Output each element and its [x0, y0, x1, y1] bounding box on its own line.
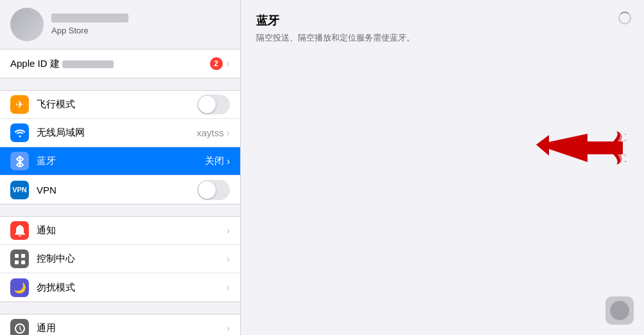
airplane-toggle[interactable]: [197, 95, 230, 114]
profile-section[interactable]: App Store: [0, 0, 240, 50]
general-group: 通用 › AA 显示与亮度 ›: [0, 314, 240, 335]
avatar: [10, 8, 44, 41]
connectivity-section: ✈ 飞行模式 无线局域网 xaytss ›: [0, 90, 240, 204]
chevron-right-icon: ›: [227, 58, 230, 69]
svg-rect-1: [21, 254, 25, 258]
loading-spinner: [618, 12, 631, 24]
sidebar-item-general[interactable]: 通用 ›: [0, 314, 240, 335]
vpn-icon: VPN: [10, 181, 29, 199]
control-label: 控制中心: [37, 253, 227, 265]
airplane-label: 飞行模式: [37, 98, 197, 111]
sidebar: App Store Apple ID 建 2 › ✈ 飞行模式: [0, 0, 241, 335]
bluetooth-chevron-icon: ›: [227, 156, 230, 167]
donotdisturb-icon: 🌙: [10, 278, 29, 297]
sidebar-item-control[interactable]: 控制中心 ›: [0, 245, 240, 273]
bottom-right-button[interactable]: [605, 296, 634, 325]
control-chevron-icon: ›: [227, 253, 230, 265]
notify-chevron-icon: ›: [227, 225, 230, 237]
wifi-chevron-icon: ›: [227, 127, 230, 139]
wifi-label: 无线局域网: [37, 127, 196, 139]
bluetooth-icon: [10, 152, 29, 170]
flame-arrow-annotation: [459, 129, 626, 167]
svg-marker-6: [536, 135, 549, 156]
bluetooth-label: 蓝牙: [37, 155, 205, 167]
airplane-icon: ✈: [10, 95, 29, 114]
button-circle: [610, 301, 629, 320]
donotdisturb-chevron-icon: ›: [227, 282, 230, 293]
general-section: 通用 › AA 显示与亮度 ›: [0, 314, 240, 335]
vpn-label: VPN: [37, 185, 197, 195]
profile-sub: App Store: [51, 26, 230, 35]
profile-name-blur: [51, 14, 128, 23]
wifi-icon: [10, 123, 29, 142]
sidebar-item-vpn[interactable]: VPN VPN: [0, 176, 240, 204]
notifications-group: 通知 › 控制中心 › 🌙 勿扰模式 ›: [0, 216, 240, 302]
sidebar-item-donotdisturb[interactable]: 🌙 勿扰模式 ›: [0, 273, 240, 302]
profile-info: App Store: [51, 14, 230, 35]
spinner-icon: [618, 12, 631, 24]
bluetooth-value: 关闭: [205, 155, 224, 167]
panel-title: 蓝牙: [256, 13, 629, 28]
connectivity-group: ✈ 飞行模式 无线局域网 xaytss ›: [0, 90, 240, 204]
control-icon: [10, 249, 29, 268]
donotdisturb-label: 勿扰模式: [37, 282, 227, 294]
sidebar-item-bluetooth[interactable]: 蓝牙 关闭 ›: [0, 147, 240, 176]
sidebar-item-notify[interactable]: 通知 ›: [0, 217, 240, 245]
right-panel: 蓝牙 隔空投送、隔空播放和定位服务需使蓝牙。: [241, 0, 644, 335]
svg-rect-2: [15, 260, 19, 264]
general-chevron-icon: ›: [227, 323, 230, 334]
sidebar-item-wifi[interactable]: 无线局域网 xaytss ›: [0, 119, 240, 147]
sidebar-item-airplane[interactable]: ✈ 飞行模式: [0, 91, 240, 119]
apple-id-row[interactable]: Apple ID 建 2 ›: [0, 50, 240, 78]
vpn-toggle[interactable]: [197, 180, 230, 200]
notify-label: 通知: [37, 224, 227, 237]
panel-subtitle: 隔空投送、隔空播放和定位服务需使蓝牙。: [256, 32, 629, 44]
svg-rect-0: [15, 254, 19, 258]
notifications-section: 通知 › 控制中心 › 🌙 勿扰模式 ›: [0, 216, 240, 302]
general-icon: [10, 319, 29, 335]
general-label: 通用: [37, 322, 227, 334]
notify-icon: [10, 221, 29, 240]
apple-id-label: Apple ID 建: [10, 58, 210, 70]
wifi-value: xaytss: [196, 127, 224, 138]
apple-id-badge: 2: [210, 57, 223, 70]
svg-marker-5: [536, 134, 623, 162]
svg-rect-3: [21, 260, 25, 264]
